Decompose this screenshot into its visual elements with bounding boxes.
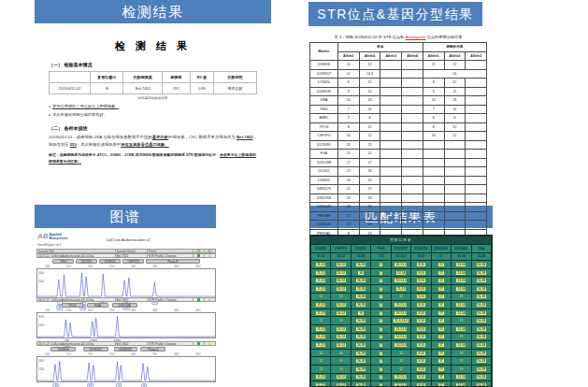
match-cell-value: 9,10 — [417, 375, 424, 379]
str-table-row: D7S820812812 — [310, 79, 487, 88]
str-bank-cell — [444, 158, 466, 167]
str-bank-cell — [423, 203, 444, 212]
str-sample-cell — [402, 203, 423, 212]
match-cell-value: 17 — [438, 287, 444, 291]
match-cell: 7 — [371, 341, 391, 350]
peak-trace — [37, 269, 215, 297]
str-sample-cell — [380, 96, 402, 106]
match-cell-value: 13,14 — [456, 327, 466, 331]
sq-quality-cell — [205, 298, 215, 301]
match-cell: 17 — [431, 308, 451, 317]
match-cell: 7 — [371, 357, 391, 366]
strip-label: OS — [194, 250, 204, 252]
str-bank-cell — [423, 150, 444, 159]
match-cell-value: 13,14 — [456, 287, 466, 291]
str-marker-cell: D19S433 — [310, 221, 338, 230]
match-document: 匹配结果表D5S818CSF1POD18S51TH01D13S317D16S53… — [309, 235, 493, 387]
match-cell: 17 — [431, 373, 451, 381]
match-data-row: 11,1210,1216712,149,101713,1416,18 — [311, 268, 492, 277]
match-cell: 16,18 — [471, 261, 492, 269]
match-cell-value: 10,12 — [337, 327, 346, 331]
match-cell-value: 10,12 — [337, 383, 346, 387]
match-cell: 16,18 — [471, 349, 492, 357]
match-cell: 12,13.3 — [391, 308, 410, 317]
report-table-caption: 样本鉴定性检验结果 — [49, 96, 257, 100]
match-cell: 16,18 — [471, 301, 492, 309]
match-cell: 11,12 — [311, 341, 331, 350]
match-cell: 13 — [452, 365, 471, 373]
str-bank-cell: 7 — [423, 105, 444, 114]
match-data-row: 11,1210,1216,18712,13.39,10171316,18 — [311, 333, 492, 341]
match-cell: 17 — [431, 349, 451, 357]
match-query-cell: 17 — [431, 252, 451, 261]
str-group-bank: 细胞库信息 — [423, 43, 486, 52]
match-cell-value: 11,12 — [316, 327, 325, 331]
str-marker-cell: D21S11 — [310, 167, 338, 177]
match-cell-value: 9,10 — [417, 359, 424, 363]
match-cell: 11,12 — [311, 324, 331, 333]
profile-report-title: Cell Line Authentication v2 — [106, 237, 150, 242]
match-cell-value: 12,13.3 — [394, 303, 407, 307]
match-cell-value: 10,12 — [337, 335, 346, 338]
match-cell-value: 16,18 — [477, 311, 486, 315]
match-cell: 11,12 — [311, 373, 331, 381]
str-bank-cell — [444, 194, 466, 203]
report-note: 备注：该测细胞系均与收录于 ATCC、DSMZ、JCRB 和 RIKEN 数据库… — [49, 151, 257, 165]
str-marker-cell: D7S820 — [310, 79, 338, 88]
str-bank-cell: 10 — [423, 132, 444, 141]
banner-profile-title: 图谱 — [35, 205, 216, 228]
panel-name: STR Profile 1-human — [148, 254, 194, 257]
report-bullet: ●多等位基因指三等位及以上基因现象。 — [49, 104, 257, 108]
match-col-header: D2S1338 — [431, 245, 451, 253]
str-marker-cell: D5S818 — [310, 61, 338, 70]
str-sample-cell — [380, 158, 402, 167]
match-cell: 11,12 — [311, 333, 331, 341]
str-bank-cell — [444, 211, 466, 221]
marker-box: CSF1PO — [122, 259, 144, 264]
match-cell: 17 — [431, 284, 451, 293]
match-cell-value: 11,12 — [316, 279, 325, 282]
str-table-row: D5S81811121112 — [310, 61, 487, 70]
match-cell: 9,10 — [411, 261, 431, 269]
match-cell-value: 13,14 — [456, 343, 466, 347]
paragraph-segment: 基本匹配 — [152, 135, 168, 139]
match-cell-value: 12,14 — [396, 271, 406, 275]
match-cell-value: 16 — [358, 271, 364, 275]
str-bank-cell — [423, 221, 444, 230]
match-cell: 13,14 — [452, 381, 471, 387]
report-page-title: 检 测 结 果 — [49, 39, 257, 53]
match-query-row: 11,1210,1216,187,1112,13.39,101713,1416,… — [311, 252, 492, 261]
str-sample-cell — [380, 69, 402, 79]
match-cell: 16,18 — [471, 365, 492, 373]
amelogenin-link[interactable]: Amelogenin — [405, 35, 425, 39]
bullet-icon: ● — [49, 105, 50, 108]
match-cell-value: 12 — [319, 351, 323, 355]
match-cell-value: 17 — [438, 319, 444, 322]
note-segment: 备注：该测细胞系均与收录于 ATCC、DSMZ、JCRB 和 RIKEN 数据库… — [49, 152, 220, 157]
match-cell-value: 13 — [459, 319, 463, 322]
pass-icon — [197, 298, 201, 301]
match-cell: 9,10 — [411, 308, 431, 317]
sample-file: 04-3-C1_CellLineAuthentication-04-10.fsa — [37, 254, 116, 257]
match-query-cell: 16,18 — [471, 252, 492, 261]
match-cell-value: 12,13.3 — [394, 279, 407, 282]
match-cell-value: 16,18 — [356, 327, 366, 331]
str-sample-cell: 12 — [338, 185, 360, 194]
match-cell: 9,10 — [411, 324, 431, 333]
match-cell: 10,12 — [331, 324, 351, 333]
match-cell: 9,10 — [411, 333, 431, 341]
str-bank-cell — [466, 221, 487, 230]
str-marker-cell: D2S1338 — [310, 158, 338, 167]
paragraph-segment: ，本次检测在该细胞系中 — [77, 142, 121, 147]
str-sample-cell: 12 — [359, 122, 380, 132]
match-cell: 16,18 — [471, 357, 492, 366]
str-allele-header: Allele2 — [444, 51, 466, 61]
panel-header-values: 04-3-C1_CellLineAuthentication-04-10.fsa… — [36, 253, 216, 258]
str-sample-cell — [402, 211, 423, 221]
str-sample-cell: 11 — [338, 61, 360, 70]
str-bank-cell — [466, 105, 487, 114]
marker-box: D13S317 — [83, 347, 108, 351]
match-cell-value: 16,18 — [477, 287, 486, 291]
bullet-text: 多等位基因指三等位及以上基因现象。 — [52, 104, 119, 108]
str-sample-cell: 11 — [359, 105, 380, 114]
